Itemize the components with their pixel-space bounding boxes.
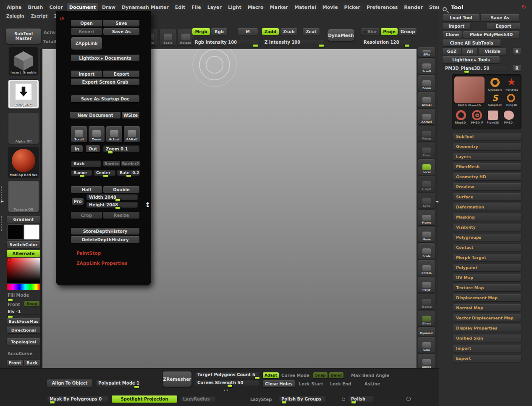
- delete-depth-history-button[interactable]: DeleteDepthHistory: [71, 236, 139, 243]
- slider-nub[interactable]: [126, 174, 131, 177]
- tool-thumbnail-simplebrush[interactable]: S: [489, 92, 501, 103]
- menu-item-plugin[interactable]: Zscript: [29, 13, 50, 19]
- right-shelf-button[interactable]: Scale: [418, 243, 435, 259]
- close-holes-button[interactable]: Close Holes: [263, 380, 295, 387]
- active-tool-slider[interactable]: PM3D_Plane3D. 50: [443, 65, 507, 71]
- rate-slider[interactable]: Rate -0.2: [117, 170, 140, 176]
- right-shelf-button[interactable]: AAHalf: [418, 109, 435, 124]
- make-polymesh3d-button[interactable]: Make PolyMesh3D: [463, 31, 519, 38]
- resolution-slider[interactable]: Resolution 128: [361, 39, 411, 45]
- secondary-color-swatch[interactable]: [24, 224, 39, 240]
- tool-section-header[interactable]: Polygroups: [453, 234, 521, 241]
- slider-nub[interactable]: [134, 385, 139, 388]
- height-slider[interactable]: Height 2048: [86, 202, 138, 208]
- target-polygons-slider[interactable]: Target Polygons Count 5: [195, 372, 259, 378]
- back-slider[interactable]: Back: [71, 161, 101, 167]
- goz-visible-button[interactable]: Visible: [479, 48, 506, 55]
- back-curve-button[interactable]: Back: [24, 360, 40, 366]
- m-button[interactable]: M: [238, 28, 258, 35]
- menu-item[interactable]: Color: [47, 3, 65, 11]
- elv-slider[interactable]: [7, 314, 39, 316]
- alpha-thumbnail[interactable]: Alpha Off: [8, 113, 39, 144]
- slider-nub[interactable]: [281, 401, 287, 404]
- tray-divider[interactable]: [1, 216, 3, 231]
- tool-section-header[interactable]: FiberMesh: [453, 163, 521, 170]
- stroke-dragrect-thumbnail[interactable]: DragRect: [8, 80, 39, 108]
- doc-nav-tile[interactable]: Zoom: [89, 126, 105, 142]
- switchcolor-button[interactable]: SwitchColor: [7, 241, 40, 248]
- menu-item[interactable]: Render: [401, 3, 425, 11]
- slider-nub[interactable]: [103, 174, 108, 177]
- range-slider[interactable]: Range: [71, 170, 92, 176]
- zapplink-button[interactable]: ZAppLink: [71, 37, 102, 50]
- slider-nub[interactable]: [254, 377, 260, 380]
- panel-divider-arrow[interactable]: ►: [1, 199, 4, 203]
- polish-slider[interactable]: Polish: [349, 395, 374, 402]
- right-shelf-button[interactable]: Zoom: [418, 75, 435, 91]
- hue-strip[interactable]: [7, 284, 40, 290]
- slider-nub[interactable]: [8, 299, 13, 302]
- curves-strength-slider[interactable]: Curves Strength 50: [195, 380, 259, 386]
- tool-section-header[interactable]: Vector Displacement Map: [453, 314, 521, 322]
- right-shelf-button[interactable]: Sync: [418, 193, 435, 208]
- tool-section-header[interactable]: UV Map: [453, 274, 521, 281]
- rgb-intensity-slider[interactable]: Rgb Intensity 100: [192, 39, 259, 45]
- menu-item[interactable]: Movie: [320, 3, 341, 11]
- tool-thumbnail-ring3d[interactable]: [505, 92, 517, 103]
- snap-button[interactable]: Snap: [24, 301, 39, 306]
- zoom-slider[interactable]: Zoom 0.1: [103, 145, 139, 152]
- slider-nub[interactable]: [115, 206, 121, 209]
- right-shelf-button[interactable]: Floor: [418, 142, 435, 158]
- lightbox-tools-button[interactable]: Lightbox ▸ Tools: [443, 56, 500, 63]
- tray-resize-handle[interactable]: ▴▾: [224, 388, 229, 392]
- right-shelf-button[interactable]: Dynamic: [418, 327, 435, 336]
- backface-mask-button[interactable]: BackFaceMas: [7, 318, 40, 324]
- adapt-button[interactable]: Adapt: [263, 372, 279, 378]
- menu-item[interactable]: Dynamesh Master: [119, 3, 171, 11]
- doc-revert-button[interactable]: Revert: [71, 28, 102, 35]
- paintstop-item[interactable]: PaintStop: [76, 250, 101, 256]
- doc-open-button[interactable]: Open: [71, 20, 102, 26]
- tool-section-header[interactable]: Import: [453, 345, 521, 352]
- clone-all-subtools-button[interactable]: Clone All SubTools: [443, 40, 501, 46]
- goz-button[interactable]: GoZ: [443, 48, 461, 55]
- slider-nub[interactable]: [404, 44, 410, 47]
- menu-item[interactable]: Material: [292, 3, 318, 11]
- topological-button[interactable]: Topological: [7, 338, 40, 345]
- insert-brush-thumbnail[interactable]: Insert_Greeble: [9, 47, 38, 75]
- slider-nub[interactable]: [107, 151, 113, 154]
- doc-nav-tile[interactable]: AAHalf: [124, 126, 140, 142]
- scale-shelf-button[interactable]: Scale: [160, 29, 176, 45]
- subtool-master-button[interactable]: SubTool Master: [6, 29, 41, 44]
- right-shelf-button[interactable]: Frame: [418, 210, 435, 225]
- menu-item[interactable]: Light: [225, 3, 244, 11]
- tool-section-header[interactable]: SubTool: [453, 133, 521, 140]
- slider-nub[interactable]: [464, 70, 469, 73]
- right-shelf-button[interactable]: Rotate: [418, 260, 435, 276]
- pro-button[interactable]: Pro: [72, 198, 84, 205]
- tool-section-header[interactable]: Geometry: [453, 143, 521, 150]
- bend-button[interactable]: Bend: [329, 372, 343, 378]
- slider-nub[interactable]: [319, 44, 324, 47]
- align-to-object-button[interactable]: Align To Object: [47, 380, 92, 387]
- menu-item[interactable]: Marker: [267, 3, 291, 11]
- snap-curve-button[interactable]: Snap: [313, 372, 328, 378]
- load-tool-button[interactable]: Load Tool: [443, 14, 480, 21]
- goz-r-button[interactable]: R: [513, 48, 521, 55]
- right-shelf-button[interactable]: PolyF: [418, 277, 435, 293]
- doc-export-button[interactable]: Export: [103, 71, 139, 77]
- polish-by-groups-slider[interactable]: Polish By Groups: [279, 395, 326, 402]
- gradient-button[interactable]: Gradient: [7, 216, 40, 223]
- zoom-in-button[interactable]: In: [71, 145, 83, 152]
- z-intensity-slider[interactable]: Z Intensity 100: [262, 39, 325, 45]
- center-slider[interactable]: Center: [94, 170, 115, 176]
- tool-thumbnail-plane3d[interactable]: [486, 109, 500, 121]
- half-button[interactable]: Half: [71, 186, 102, 193]
- tray-divider[interactable]: [1, 186, 3, 201]
- lazystep-label[interactable]: LazyStep: [250, 397, 272, 402]
- tool-section-header[interactable]: Layers: [453, 153, 521, 160]
- menu-undo-icon[interactable]: ↺: [60, 16, 64, 21]
- tool-section-header[interactable]: Normal Map: [453, 304, 521, 311]
- blur-button[interactable]: Blur: [361, 28, 380, 35]
- tool-thumbnail-ring3d-2[interactable]: [454, 109, 468, 121]
